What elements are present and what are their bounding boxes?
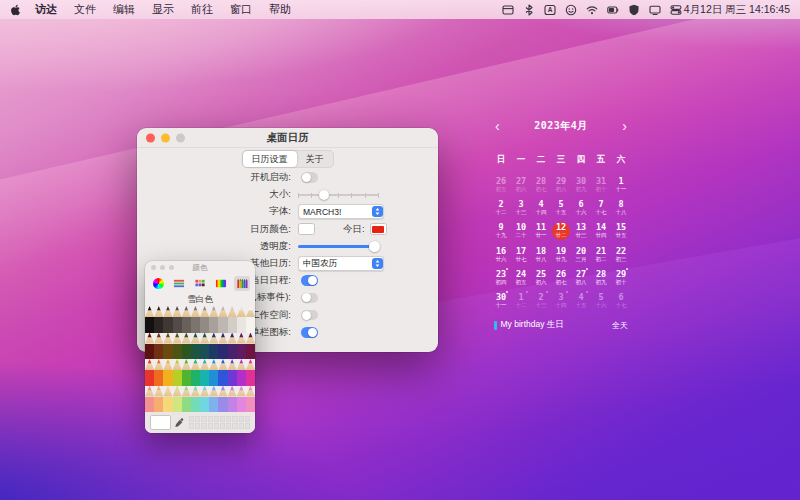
calendar-day-6[interactable]: 31初十 — [591, 175, 611, 198]
swatch-cell[interactable] — [189, 423, 194, 429]
swatch-cell[interactable] — [245, 423, 250, 429]
pencil[interactable] — [218, 359, 227, 386]
calendar-day-33[interactable]: 27初八 — [571, 268, 591, 291]
calendar-day-38[interactable]: 2十三 — [531, 291, 551, 314]
opacity-slider[interactable] — [298, 240, 378, 252]
pencil[interactable] — [173, 386, 182, 413]
control-center-icon[interactable] — [670, 4, 682, 16]
pencils-icon[interactable] — [234, 276, 250, 291]
pencil[interactable] — [163, 306, 172, 333]
tab-calendar-settings[interactable]: 日历设置 — [243, 151, 297, 167]
pencil[interactable] — [145, 386, 154, 413]
select-2[interactable]: MARCH3! — [298, 204, 384, 219]
calendar-day-15[interactable]: 9十九 — [491, 221, 511, 244]
calendar-day-29[interactable]: 23初四 — [491, 268, 511, 291]
color-wheel-icon[interactable] — [150, 276, 166, 291]
pencil[interactable] — [163, 386, 172, 413]
calendar-day-35[interactable]: 29初十 — [611, 268, 631, 291]
spectrum-icon[interactable] — [213, 276, 229, 291]
pencil[interactable] — [228, 333, 237, 360]
slider-thumb[interactable] — [369, 241, 380, 252]
pencil[interactable] — [182, 386, 191, 413]
pencil[interactable] — [209, 306, 218, 333]
pencil[interactable] — [246, 386, 255, 413]
next-month-icon[interactable]: › — [622, 119, 627, 133]
pencil[interactable] — [182, 359, 191, 386]
swatch-cell[interactable] — [208, 416, 213, 422]
event-row[interactable]: My birthday 生日 全天 — [488, 319, 634, 331]
pencil[interactable] — [154, 359, 163, 386]
swatch-cell[interactable] — [245, 416, 250, 422]
swatch-cell[interactable] — [220, 416, 225, 422]
pencil[interactable] — [237, 306, 246, 333]
toggle-0[interactable] — [301, 172, 318, 183]
pencil[interactable] — [154, 333, 163, 360]
swatch-cell[interactable] — [195, 423, 200, 429]
calendar-day-23[interactable]: 17廿七 — [511, 245, 531, 268]
calendar-day-4[interactable]: 29初八 — [551, 175, 571, 198]
calendar-day-27[interactable]: 21初二 — [591, 245, 611, 268]
calendar-day-18[interactable]: 12廿二 — [551, 221, 571, 244]
pencil[interactable] — [145, 359, 154, 386]
calendar-day-41[interactable]: 5十六 — [591, 291, 611, 314]
toggle-7[interactable] — [301, 293, 318, 304]
menu-item-3[interactable]: 显示 — [152, 2, 174, 17]
toggle-8[interactable] — [301, 310, 318, 321]
calendar-day-13[interactable]: 7十七 — [591, 198, 611, 221]
sliders-icon[interactable] — [171, 276, 187, 291]
calendar-day-37[interactable]: 1十二 — [511, 291, 531, 314]
pencil[interactable] — [237, 386, 246, 413]
swatch-cell[interactable] — [239, 423, 244, 429]
pencil[interactable] — [191, 333, 200, 360]
pencil[interactable] — [145, 306, 154, 333]
pencil[interactable] — [228, 306, 237, 333]
calendar-day-30[interactable]: 24初五 — [511, 268, 531, 291]
menu-item-6[interactable]: 帮助 — [269, 2, 291, 17]
swatch-cell[interactable] — [226, 423, 231, 429]
slider-thumb[interactable] — [319, 190, 329, 200]
calendar-day-42[interactable]: 6十七 — [611, 291, 631, 314]
pencil[interactable] — [200, 333, 209, 360]
swatch-cell[interactable] — [239, 416, 244, 422]
pencil[interactable] — [209, 359, 218, 386]
prev-month-icon[interactable]: ‹ — [495, 119, 500, 133]
pencil[interactable] — [228, 359, 237, 386]
swatch-cell[interactable] — [214, 423, 219, 429]
pencil[interactable] — [154, 386, 163, 413]
minimize-button[interactable] — [161, 133, 170, 142]
calendar-day-2[interactable]: 27初六 — [511, 175, 531, 198]
menu-item-5[interactable]: 窗口 — [230, 2, 252, 17]
pencil[interactable] — [173, 306, 182, 333]
input-source-icon[interactable]: A — [544, 4, 556, 16]
swatch-cell[interactable] — [232, 423, 237, 429]
menu-item-1[interactable]: 文件 — [74, 2, 96, 17]
calendar-day-7[interactable]: 1十一 — [611, 175, 631, 198]
calendar-day-21[interactable]: 15廿五 — [611, 221, 631, 244]
display-icon[interactable] — [649, 4, 661, 16]
calendar-day-25[interactable]: 19廿九 — [551, 245, 571, 268]
pencil[interactable] — [237, 333, 246, 360]
pencil[interactable] — [218, 386, 227, 413]
pencil[interactable] — [200, 386, 209, 413]
menu-item-0[interactable]: 访达 — [35, 2, 57, 17]
swatch-cell[interactable] — [220, 423, 225, 429]
pencil[interactable] — [200, 306, 209, 333]
pencil[interactable] — [218, 333, 227, 360]
pencil[interactable] — [145, 333, 154, 360]
apple-menu-icon[interactable] — [10, 4, 21, 16]
face-icon[interactable] — [565, 4, 577, 16]
calendar-day-3[interactable]: 28初七 — [531, 175, 551, 198]
swatch-cell[interactable] — [226, 416, 231, 422]
bluetooth-icon[interactable] — [523, 4, 535, 16]
calendar-day-39[interactable]: 3十四 — [551, 291, 571, 314]
pencil[interactable] — [182, 306, 191, 333]
close-button[interactable] — [146, 133, 155, 142]
saved-swatches-grid[interactable] — [189, 416, 250, 429]
calendar-day-31[interactable]: 25初六 — [531, 268, 551, 291]
pencil[interactable] — [209, 333, 218, 360]
swatch-cell[interactable] — [232, 416, 237, 422]
calendar-window-icon[interactable] — [502, 4, 514, 16]
pencil[interactable] — [200, 359, 209, 386]
pencil[interactable] — [209, 386, 218, 413]
current-color-swatch[interactable] — [150, 415, 171, 430]
